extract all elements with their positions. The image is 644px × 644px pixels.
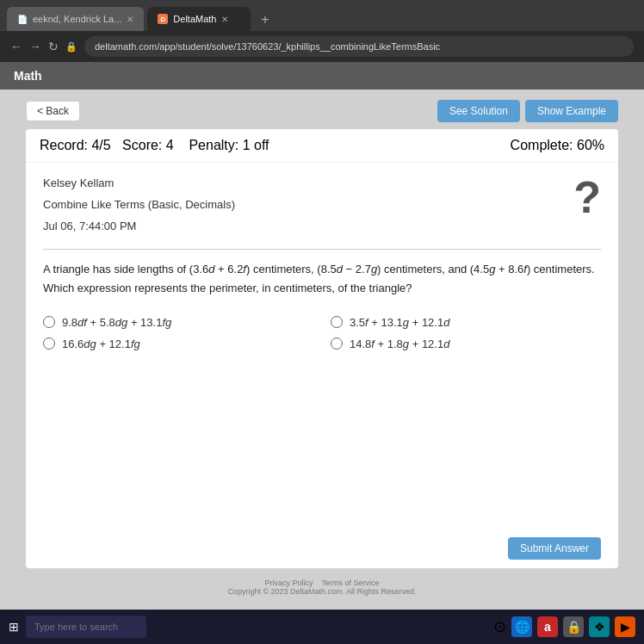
taskbar-lock-icon[interactable]: 🔒 (563, 616, 584, 637)
top-bar: < Back See Solution Show Example (26, 100, 618, 122)
record-text: Record: 4/5 (40, 138, 111, 152)
show-example-button[interactable]: Show Example (525, 100, 618, 122)
taskbar-extra-icon[interactable]: ▶ (615, 616, 635, 637)
taskbar-dropbox-icon[interactable]: ❖ (589, 616, 610, 637)
app-title: Math (14, 69, 42, 83)
card-body: Kelsey Kellam Combine Like Terms (Basic,… (26, 163, 618, 537)
divider (43, 249, 601, 250)
tab-other-close[interactable]: ✕ (127, 15, 133, 24)
radio-4[interactable] (331, 337, 343, 350)
action-buttons: See Solution Show Example (437, 100, 618, 122)
tab-other-label: eeknd, Kendrick La... (33, 14, 121, 24)
option-2-label: 3.5f + 13.1g + 12.1d (350, 316, 449, 329)
see-solution-button[interactable]: See Solution (437, 100, 520, 122)
score-text: Score: 4 (122, 138, 174, 152)
new-tab-button[interactable]: + (254, 9, 276, 31)
date-time: Jul 06, 7:44:00 PM (43, 218, 235, 236)
taskbar: ⊞ ⊙ 🌐 a 🔒 ❖ ▶ (0, 610, 644, 644)
privacy-link[interactable]: Privacy Policy (265, 579, 313, 587)
question-mark-icon: ? (573, 175, 601, 220)
complete-text: Complete: 60% (511, 138, 604, 153)
question-card: Record: 4/5 Score: 4 Penalty: 1 off Comp… (26, 129, 618, 568)
radio-1[interactable] (43, 316, 55, 328)
tab-deltamath-close[interactable]: ✕ (221, 15, 228, 24)
taskbar-icons: ⊙ 🌐 a 🔒 ❖ ▶ (493, 616, 635, 637)
tab-other[interactable]: 📄 eeknd, Kendrick La... ✕ (7, 7, 144, 31)
option-4: 14.8f + 1.8g + 12.1d (331, 337, 601, 350)
main-content: < Back See Solution Show Example Record:… (0, 90, 644, 610)
browser-tabs: 📄 eeknd, Kendrick La... ✕ D DeltaMath ✕ … (0, 0, 644, 31)
penalty-text: Penalty: 1 off (189, 138, 269, 152)
option-1-label: 9.8df + 5.8dg + 13.1fg (62, 316, 171, 329)
nav-forward-icon[interactable]: → (29, 40, 41, 53)
submit-area: Submit Answer (26, 537, 618, 568)
record-info: Record: 4/5 Score: 4 Penalty: 1 off (40, 138, 269, 153)
answer-options: 9.8df + 5.8dg + 13.1fg 3.5f + 13.1g + 12… (43, 316, 601, 350)
assignment-name: Combine Like Terms (Basic, Decimals) (43, 196, 235, 214)
address-bar: ← → ↻ 🔒 (0, 31, 644, 62)
nav-back-icon[interactable]: ← (10, 40, 22, 53)
taskbar-search-input[interactable] (26, 616, 146, 638)
tab-deltamath-label: DeltaMath (173, 14, 216, 24)
windows-start-icon[interactable]: ⊞ (9, 620, 19, 634)
copyright-text: Copyright © 2023 DeltaMath.com. All Righ… (227, 587, 416, 596)
page-footer: Privacy Policy Terms of Service Copyrigh… (26, 575, 618, 599)
tab-other-icon: 📄 (17, 15, 28, 24)
address-input[interactable] (84, 36, 634, 57)
question-text: A triangle has side lengths of (3.6d + 6… (43, 260, 601, 298)
radio-2[interactable] (331, 316, 343, 328)
option-2: 3.5f + 13.1g + 12.1d (331, 316, 601, 329)
terms-link[interactable]: Terms of Service (321, 579, 379, 587)
taskbar-cortana-icon[interactable]: ⊙ (493, 617, 506, 636)
nav-refresh-icon[interactable]: ↻ (48, 40, 59, 53)
submit-button[interactable]: Submit Answer (508, 537, 601, 560)
option-3: 16.6dg + 12.1fg (43, 337, 313, 350)
taskbar-edge-icon[interactable]: 🌐 (511, 616, 532, 637)
option-1: 9.8df + 5.8dg + 13.1fg (43, 316, 313, 329)
option-4-label: 14.8f + 1.8g + 12.1d (350, 337, 449, 350)
radio-3[interactable] (43, 337, 55, 350)
back-button[interactable]: < Back (26, 101, 80, 121)
card-header: Record: 4/5 Score: 4 Penalty: 1 off Comp… (26, 129, 618, 163)
taskbar-a-icon[interactable]: a (537, 616, 558, 637)
app-header: Math (0, 62, 644, 90)
option-3-label: 16.6dg + 12.1fg (62, 337, 140, 350)
lock-icon: 🔒 (65, 41, 77, 53)
tab-deltamath-icon: D (158, 14, 168, 24)
tab-deltamath[interactable]: D DeltaMath ✕ (147, 7, 251, 31)
student-name: Kelsey Kellam (43, 175, 235, 193)
